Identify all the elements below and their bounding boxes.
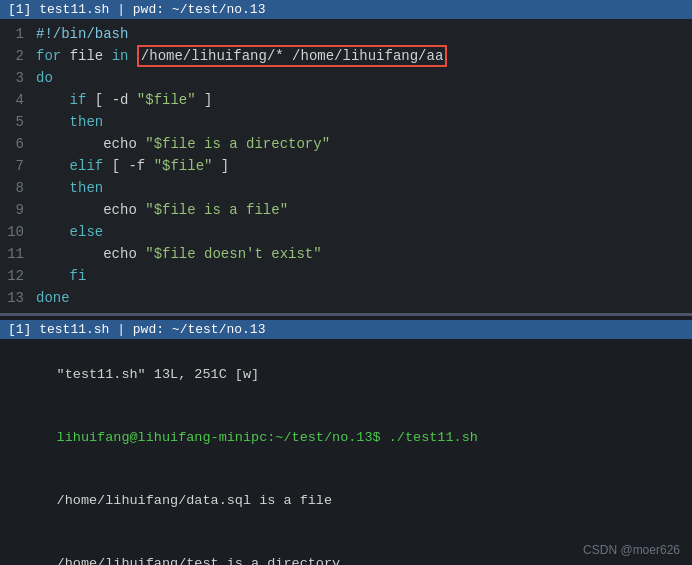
- code-line-3: 3 do: [0, 67, 692, 89]
- editor-section: [1] test11.sh | pwd: ~/test/no.13 1 #!/b…: [0, 0, 692, 313]
- code-line-8: 8 then: [0, 177, 692, 199]
- code-editor: 1 #!/bin/bash 2 for file in /home/lihuif…: [0, 19, 692, 313]
- line-content-11: echo "$file doesn't exist": [36, 243, 322, 265]
- line-num-5: 5: [4, 111, 36, 133]
- line-num-8: 8: [4, 177, 36, 199]
- terminal-saved-line: "test11.sh" 13L, 251C [w]: [8, 343, 684, 406]
- line-num-12: 12: [4, 265, 36, 287]
- terminal-status-text: [1] test11.sh | pwd: ~/test/no.13: [8, 322, 265, 337]
- editor-status-text: [1] test11.sh | pwd: ~/test/no.13: [8, 2, 265, 17]
- for-path-highlight: /home/lihuifang/* /home/lihuifang/aa: [137, 45, 447, 67]
- line-num-10: 10: [4, 221, 36, 243]
- line-num-9: 9: [4, 199, 36, 221]
- terminal-prompt-text: lihuifang@lihuifang-minipc:~/test/no.13$…: [57, 430, 478, 445]
- line-content-8: then: [36, 177, 103, 199]
- line-content-3: do: [36, 67, 53, 89]
- line-num-11: 11: [4, 243, 36, 265]
- code-line-12: 12 fi: [0, 265, 692, 287]
- terminal-prompt-line: lihuifang@lihuifang-minipc:~/test/no.13$…: [8, 406, 684, 469]
- line-content-6: echo "$file is a directory": [36, 133, 330, 155]
- line-num-7: 7: [4, 155, 36, 177]
- line-content-2: for file in /home/lihuifang/* /home/lihu…: [36, 45, 447, 67]
- line-content-7: elif [ -f "$file" ]: [36, 155, 229, 177]
- line-num-1: 1: [4, 23, 36, 45]
- line-num-13: 13: [4, 287, 36, 309]
- line-num-6: 6: [4, 133, 36, 155]
- line-content-10: else: [36, 221, 103, 243]
- editor-status-bar: [1] test11.sh | pwd: ~/test/no.13: [0, 0, 692, 19]
- code-line-9: 9 echo "$file is a file": [0, 199, 692, 221]
- terminal-status-bar: [1] test11.sh | pwd: ~/test/no.13: [0, 320, 692, 339]
- terminal-section: [1] test11.sh | pwd: ~/test/no.13 "test1…: [0, 316, 692, 565]
- line-num-4: 4: [4, 89, 36, 111]
- line-num-3: 3: [4, 67, 36, 89]
- code-line-11: 11 echo "$file doesn't exist": [0, 243, 692, 265]
- terminal-output-1: /home/lihuifang/data.sql is a file: [8, 469, 684, 532]
- code-line-13: 13 done: [0, 287, 692, 309]
- code-line-7: 7 elif [ -f "$file" ]: [0, 155, 692, 177]
- line-content-12: fi: [36, 265, 86, 287]
- line-num-2: 2: [4, 45, 36, 67]
- code-line-5: 5 then: [0, 111, 692, 133]
- code-line-4: 4 if [ -d "$file" ]: [0, 89, 692, 111]
- code-line-6: 6 echo "$file is a directory": [0, 133, 692, 155]
- line-content-4: if [ -d "$file" ]: [36, 89, 212, 111]
- line-content-13: done: [36, 287, 70, 309]
- line-content-1: #!/bin/bash: [36, 23, 128, 45]
- code-line-1: 1 #!/bin/bash: [0, 23, 692, 45]
- code-line-10: 10 else: [0, 221, 692, 243]
- code-line-2: 2 for file in /home/lihuifang/* /home/li…: [0, 45, 692, 67]
- line-content-9: echo "$file is a file": [36, 199, 288, 221]
- terminal-container: [1] test11.sh | pwd: ~/test/no.13 1 #!/b…: [0, 0, 692, 565]
- watermark: CSDN @moer626: [583, 543, 680, 557]
- line-content-5: then: [36, 111, 103, 133]
